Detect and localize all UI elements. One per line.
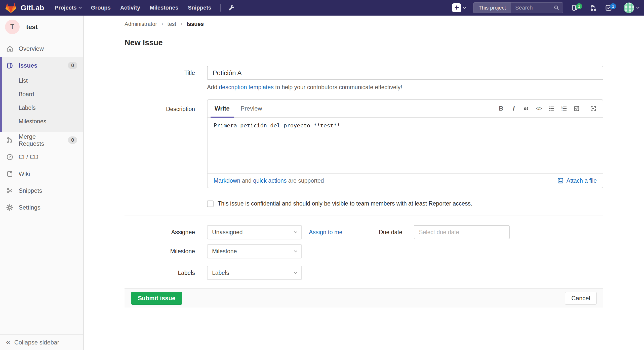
sidebar-item-label: Merge Requests <box>19 133 63 147</box>
numbered-list-button[interactable] <box>560 105 568 112</box>
quick-actions-link[interactable]: quick actions <box>253 177 287 184</box>
sidebar-item-list[interactable]: List <box>0 74 83 87</box>
help-suffix: to help your contributors communicate ef… <box>275 84 402 90</box>
tab-preview[interactable]: Preview <box>237 100 266 117</box>
quote-button[interactable] <box>523 105 530 112</box>
sidebar-item-label: Overview <box>19 45 44 52</box>
footer-and: and <box>242 177 252 184</box>
chevron-down-icon <box>79 6 82 9</box>
sidebar-item-snippets[interactable]: Snippets <box>0 182 83 199</box>
nav-item-groups[interactable]: Groups <box>91 5 110 11</box>
task-list-button[interactable] <box>573 105 580 112</box>
labels-dropdown[interactable]: Labels <box>207 266 302 280</box>
footer-suffix: are supported <box>288 177 324 184</box>
quote-icon <box>523 105 530 112</box>
markdown-editor: Write Preview B I </> Primera petición <box>207 99 603 188</box>
project-sidebar: T test Overview Issues 0 List Board Labe… <box>0 16 84 350</box>
editor-header: Write Preview B I </> <box>208 100 603 118</box>
merge-requests-count-badge: 0 <box>68 136 77 144</box>
issues-nav-button[interactable]: 1 <box>571 4 582 12</box>
sidebar-item-merge-requests[interactable]: Merge Requests 0 <box>0 132 83 148</box>
main-nav: Projects Groups Activity Milestones Snip… <box>55 5 211 11</box>
code-button[interactable]: </> <box>535 106 542 111</box>
todos-nav-button[interactable]: 1 <box>605 4 616 12</box>
chevron-down-icon <box>294 270 297 274</box>
breadcrumb-separator: › <box>161 20 164 28</box>
collapse-sidebar-button[interactable]: « Collapse sidebar <box>0 334 83 350</box>
fullscreen-icon <box>590 105 596 112</box>
confidential-label[interactable]: This issue is confidential and should on… <box>218 200 472 207</box>
assignee-dropdown[interactable]: Unassigned <box>207 225 302 239</box>
gitlab-logo-text: GitLab <box>21 4 44 12</box>
sidebar-item-milestones[interactable]: Milestones <box>0 115 83 128</box>
breadcrumb-administrator[interactable]: Administrator <box>125 21 157 27</box>
bold-button[interactable]: B <box>498 105 505 112</box>
admin-wrench-button[interactable] <box>228 4 235 11</box>
breadcrumb-separator: › <box>180 20 183 28</box>
nav-item-snippets[interactable]: Snippets <box>188 5 211 11</box>
breadcrumb-project[interactable]: test <box>167 21 176 27</box>
title-label: Title <box>125 70 195 76</box>
plus-icon: + <box>452 3 461 12</box>
description-label: Description <box>125 99 195 113</box>
fullscreen-button[interactable] <box>590 105 597 112</box>
submit-issue-button[interactable]: Submit issue <box>131 292 182 305</box>
merge-request-icon <box>590 4 597 12</box>
search-input[interactable] <box>511 5 553 11</box>
collapse-chevrons-icon: « <box>6 338 10 346</box>
home-icon <box>6 45 14 53</box>
bullet-list-button[interactable] <box>548 105 555 112</box>
merge-requests-nav-button[interactable] <box>590 4 597 12</box>
due-date-input[interactable] <box>414 225 510 239</box>
gitlab-logo[interactable]: GitLab <box>5 2 44 13</box>
sidebar-project-link[interactable]: T test <box>0 16 83 40</box>
italic-button[interactable]: I <box>510 105 517 112</box>
search-icon[interactable] <box>553 5 559 11</box>
scissors-icon <box>6 187 14 194</box>
labels-label: Labels <box>125 270 195 276</box>
sidebar-item-wiki[interactable]: Wiki <box>0 165 83 182</box>
chevron-down-icon <box>636 6 639 9</box>
merge-request-icon <box>6 136 14 144</box>
sidebar-item-label: Settings <box>19 204 41 211</box>
top-navbar: GitLab Projects Groups Activity Mileston… <box>0 0 644 16</box>
issues-count-badge: 0 <box>68 62 77 69</box>
nav-divider <box>220 4 221 12</box>
new-menu-button[interactable]: + <box>452 3 466 12</box>
nav-item-activity[interactable]: Activity <box>120 5 140 11</box>
milestone-value: Milestone <box>212 248 237 255</box>
cancel-button[interactable]: Cancel <box>565 292 597 305</box>
sidebar-item-settings[interactable]: Settings <box>0 199 83 216</box>
issue-title-input[interactable] <box>207 66 603 80</box>
collapse-sidebar-label: Collapse sidebar <box>14 339 59 346</box>
attach-file-button[interactable]: Attach a file <box>557 177 597 184</box>
navbar-right: + This project 1 1 <box>452 2 639 13</box>
gauge-icon <box>6 153 14 161</box>
numbered-list-icon <box>561 105 567 112</box>
due-date-label: Due date <box>379 229 402 236</box>
user-menu-button[interactable] <box>624 3 639 13</box>
description-textarea[interactable]: Primera petición del proyecto **test** <box>214 122 597 169</box>
tab-write[interactable]: Write <box>211 100 234 117</box>
assignee-label: Assignee <box>125 229 195 236</box>
sidebar-item-ci-cd[interactable]: CI / CD <box>0 148 83 165</box>
confidential-checkbox[interactable] <box>207 201 214 207</box>
assign-to-me-link[interactable]: Assign to me <box>309 229 342 236</box>
sidebar-item-issues[interactable]: Issues 0 <box>0 57 83 74</box>
milestone-dropdown[interactable]: Milestone <box>207 244 302 258</box>
sidebar-item-overview[interactable]: Overview <box>0 40 83 57</box>
markdown-link[interactable]: Markdown <box>214 177 240 184</box>
sidebar-item-board[interactable]: Board <box>0 87 83 101</box>
sidebar-item-labels[interactable]: Labels <box>0 101 83 115</box>
breadcrumb-current[interactable]: Issues <box>186 21 204 27</box>
labels-value: Labels <box>212 270 229 276</box>
nav-item-milestones[interactable]: Milestones <box>150 5 178 11</box>
search-bar: This project <box>473 2 563 13</box>
search-scope-chip: This project <box>473 3 511 13</box>
description-templates-link[interactable]: description templates <box>219 84 273 90</box>
attach-image-icon <box>557 177 564 184</box>
form-divider <box>125 216 603 216</box>
gear-icon <box>6 204 14 211</box>
tanuki-icon <box>5 2 17 13</box>
nav-item-projects[interactable]: Projects <box>55 5 82 11</box>
